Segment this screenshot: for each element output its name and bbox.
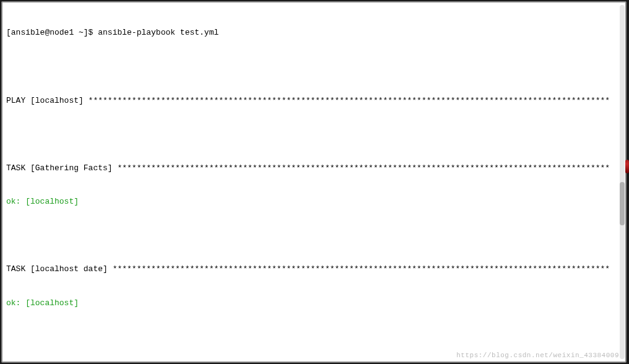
terminal-window[interactable]: [ansible@node1 ~]$ ansible-playbook test… [1, 1, 627, 363]
blank-line [6, 230, 622, 241]
blank-line [6, 129, 622, 140]
prompt-line: [ansible@node1 ~]$ ansible-playbook test… [6, 27, 622, 38]
ok-localhost-2: ok: [localhost] [6, 298, 622, 309]
shell-prompt: [ansible@node1 ~]$ [6, 28, 98, 37]
blank-line [6, 331, 622, 342]
play-header-localhost: PLAY [localhost] ***********************… [6, 95, 622, 106]
command-text: ansible-playbook test.yml [98, 28, 219, 37]
vertical-scrollbar[interactable] [620, 5, 625, 359]
blank-line [6, 61, 622, 72]
red-edge-accent [625, 160, 629, 173]
task-gathering-facts-1: TASK [Gathering Facts] *****************… [6, 163, 622, 174]
scrollbar-thumb[interactable] [620, 182, 625, 225]
task-localhost-date: TASK [localhost date] ******************… [6, 264, 622, 275]
ok-localhost-1: ok: [localhost] [6, 196, 622, 207]
watermark-text: https://blog.csdn.net/weixin_43384009 [456, 351, 619, 360]
